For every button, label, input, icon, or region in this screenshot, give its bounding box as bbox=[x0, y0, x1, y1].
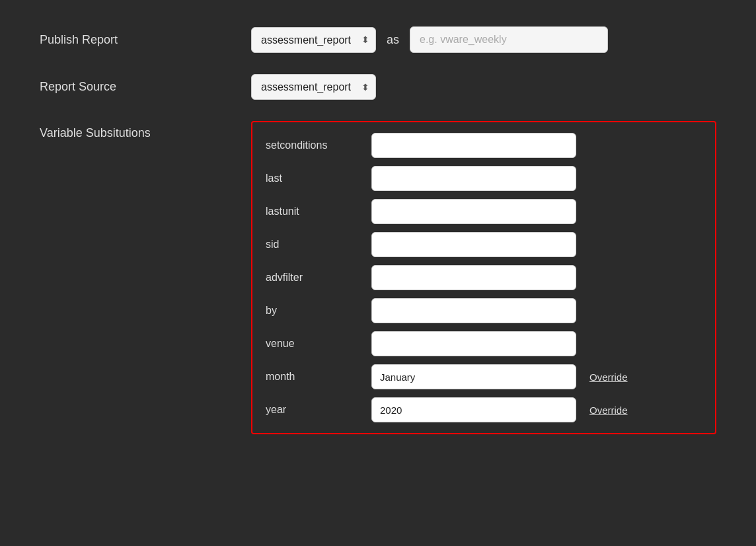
variable-key-lastunit: lastunit bbox=[266, 206, 371, 217]
variable-key-year: year bbox=[266, 404, 371, 416]
report-source-label: Report Source bbox=[40, 80, 251, 94]
variable-substitutions-section: Variable Subsitutions setconditionslastl… bbox=[40, 121, 716, 434]
variable-input-venue[interactable] bbox=[371, 331, 576, 356]
publish-report-controls: assessment_report as bbox=[251, 26, 608, 53]
variable-row: setconditions bbox=[266, 133, 702, 158]
publish-report-select-wrapper: assessment_report bbox=[251, 27, 376, 53]
report-source-controls: assessment_report bbox=[251, 74, 376, 100]
variable-row: monthOverride bbox=[266, 364, 702, 389]
variable-key-venue: venue bbox=[266, 338, 371, 350]
variable-input-lastunit[interactable] bbox=[371, 199, 576, 224]
variable-input-setconditions[interactable] bbox=[371, 133, 576, 158]
report-source-select[interactable]: assessment_report bbox=[251, 74, 376, 100]
publish-report-row: Publish Report assessment_report as bbox=[40, 26, 716, 53]
report-source-row: Report Source assessment_report bbox=[40, 74, 716, 100]
variable-input-last[interactable] bbox=[371, 166, 576, 191]
variable-row: yearOverride bbox=[266, 397, 702, 422]
variable-input-month[interactable] bbox=[371, 364, 576, 389]
publish-report-label: Publish Report bbox=[40, 33, 251, 47]
variable-row: by bbox=[266, 298, 702, 323]
variable-row: advfilter bbox=[266, 265, 702, 290]
variable-key-month: month bbox=[266, 371, 371, 383]
variable-substitutions-box: setconditionslastlastunitsidadvfilterbyv… bbox=[251, 121, 716, 434]
variable-input-by[interactable] bbox=[371, 298, 576, 323]
variable-input-sid[interactable] bbox=[371, 232, 576, 257]
variable-input-year[interactable] bbox=[371, 397, 576, 422]
variable-row: lastunit bbox=[266, 199, 702, 224]
override-link-month[interactable]: Override bbox=[589, 371, 628, 383]
report-source-select-wrapper: assessment_report bbox=[251, 74, 376, 100]
variable-key-setconditions: setconditions bbox=[266, 139, 371, 151]
variable-row: sid bbox=[266, 232, 702, 257]
override-link-year[interactable]: Override bbox=[589, 405, 628, 416]
variable-substitutions-label: Variable Subsitutions bbox=[40, 121, 251, 140]
report-alias-input[interactable] bbox=[410, 26, 608, 53]
variable-key-advfilter: advfilter bbox=[266, 272, 371, 284]
variable-input-advfilter[interactable] bbox=[371, 265, 576, 290]
variable-row: venue bbox=[266, 331, 702, 356]
variable-row: last bbox=[266, 166, 702, 191]
as-label: as bbox=[387, 33, 399, 47]
variable-key-last: last bbox=[266, 173, 371, 184]
variable-key-sid: sid bbox=[266, 239, 371, 251]
variable-key-by: by bbox=[266, 305, 371, 317]
publish-report-select[interactable]: assessment_report bbox=[251, 27, 376, 53]
